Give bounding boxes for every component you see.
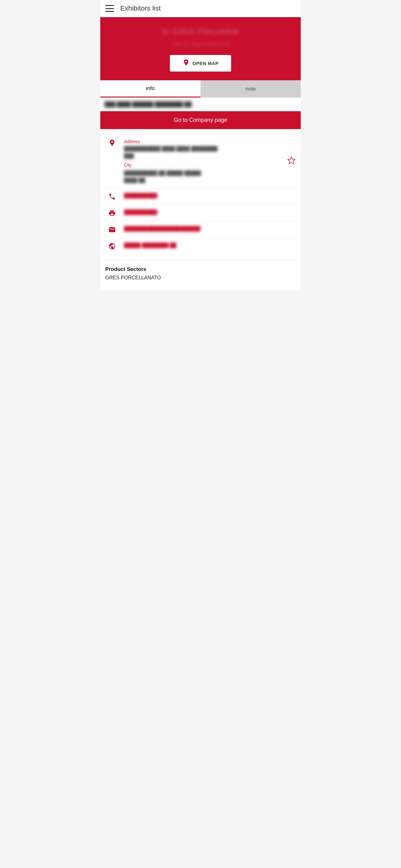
hero-banner: % CISA ITALIANA Hall 29 Stand B09-C10 OP… [100,17,301,80]
fax-icon [105,209,119,217]
email-row: ███████████████████████ [100,221,301,238]
company-name: % CISA ITALIANA [106,27,295,36]
fax-content: ██████████ [122,209,296,215]
phone-content: ██████████ [122,193,296,198]
tab-bar: info note [100,80,301,97]
address-row: Address ███████████ ████ ████ ████████ █… [100,135,301,188]
blurred-description: ███ ████ ██████ ████████ ██ [105,101,192,107]
favorite-button[interactable] [287,156,296,167]
app-header: Exhibitors list [100,0,301,17]
hall-info: Hall 29 Stand B09-C10 [106,41,295,48]
hamburger-menu[interactable] [105,5,114,12]
address-line2: ███ [124,153,296,160]
product-sectors-section: Product Sectors GRES PORCELLANATO [100,260,301,290]
open-map-button[interactable]: OPEN MAP [170,55,231,71]
phone-icon [105,193,119,200]
website-content: █████ ████████ ██ [122,243,296,248]
city-line1: ██████████ ██ █████ █████ [124,170,296,177]
website-icon [105,243,119,250]
open-map-label: OPEN MAP [192,61,219,66]
email-icon [105,226,119,234]
contact-section: Address ███████████ ████ ████ ████████ █… [100,130,301,259]
email-value[interactable]: ███████████████████████ [124,226,200,231]
location-icon [105,139,119,147]
city-label: City [124,162,296,168]
address-content: Address ███████████ ████ ████ ████████ █… [122,139,296,184]
product-sectors-title: Product Sectors [105,266,296,273]
tab-note[interactable]: note [201,80,301,97]
go-to-company-page-button[interactable]: Go to Company page [100,111,301,129]
tab-info[interactable]: info [100,80,201,97]
city-line2: ████ ██ [124,177,296,184]
page-title: Exhibitors list [120,4,161,12]
website-value[interactable]: █████ ████████ ██ [124,243,176,248]
fax-value[interactable]: ██████████ [124,209,157,215]
phone-value[interactable]: ██████████ [124,193,157,198]
product-sectors-value: GRES PORCELLANATO [105,275,296,281]
fax-row: ██████████ [100,205,301,221]
address-label: Address [124,139,296,144]
phone-row: ██████████ [100,188,301,205]
blurred-description-row: ███ ████ ██████ ████████ ██ [100,97,301,111]
svg-marker-0 [288,157,295,163]
website-row: █████ ████████ ██ [100,238,301,254]
email-content: ███████████████████████ [122,226,296,231]
address-line1: ███████████ ████ ████ ████████ [124,145,296,153]
map-pin-icon [182,59,190,68]
